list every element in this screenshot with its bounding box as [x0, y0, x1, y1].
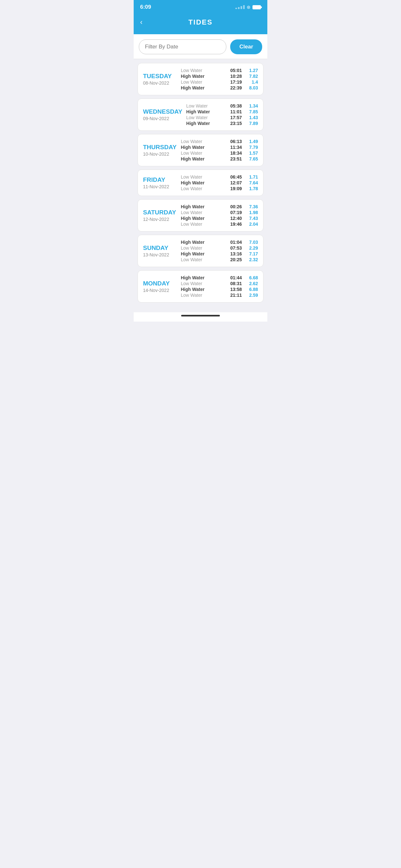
tide-time: 19:09	[226, 186, 242, 191]
tide-value: 1.98	[246, 210, 258, 215]
tide-time: 12:40	[226, 216, 242, 221]
tide-time: 08:31	[226, 281, 242, 286]
day-info: THURSDAY10-Nov-2022	[143, 139, 177, 161]
clear-button[interactable]: Clear	[230, 39, 262, 54]
tide-time: 22:39	[226, 85, 242, 90]
tide-row: High Water00:267.36	[181, 204, 258, 209]
high-water-label: High Water	[181, 251, 226, 256]
day-name: THURSDAY	[143, 144, 177, 151]
tide-time: 23:51	[226, 156, 242, 161]
tide-value: 6.88	[246, 287, 258, 292]
tide-rows: High Water00:267.36Low Water07:191.98Hig…	[181, 204, 258, 227]
low-water-label: Low Water	[181, 210, 226, 215]
day-date: 08-Nov-2022	[143, 81, 177, 86]
tide-row: Low Water18:341.57	[181, 151, 258, 156]
low-water-label: Low Water	[181, 186, 226, 191]
tide-value: 1.34	[246, 103, 258, 108]
low-water-label: Low Water	[181, 139, 226, 144]
tide-time: 17:57	[226, 115, 242, 120]
tide-value: 7.17	[246, 251, 258, 256]
tide-value: 2.32	[246, 257, 258, 262]
high-water-label: High Water	[181, 145, 226, 150]
day-name: WEDNESDAY	[143, 108, 182, 115]
day-date: 12-Nov-2022	[143, 217, 177, 222]
tide-value: 1.57	[246, 151, 258, 156]
day-info: TUESDAY08-Nov-2022	[143, 68, 177, 90]
high-water-label: High Water	[181, 180, 226, 185]
high-water-label: High Water	[186, 109, 226, 114]
tide-value: 7.64	[246, 180, 258, 185]
tide-row: Low Water08:312.62	[181, 281, 258, 286]
tide-rows: High Water01:047.03Low Water07:532.29Hig…	[181, 240, 258, 262]
tide-rows: High Water01:446.68Low Water08:312.62Hig…	[181, 275, 258, 298]
tide-row: Low Water05:011.27	[181, 68, 258, 73]
back-button[interactable]: ‹	[140, 18, 143, 27]
tide-rows: Low Water06:131.49High Water11:347.79Low…	[181, 139, 258, 161]
tide-time: 17:19	[226, 80, 242, 85]
tide-card: SATURDAY12-Nov-2022High Water00:267.36Lo…	[137, 199, 264, 231]
tide-time: 05:01	[226, 68, 242, 73]
day-info: FRIDAY11-Nov-2022	[143, 175, 177, 191]
high-water-label: High Water	[181, 156, 226, 161]
tide-row: High Water22:398.03	[181, 85, 258, 90]
low-water-label: Low Water	[181, 221, 226, 227]
tide-card: WEDNESDAY09-Nov-2022Low Water05:381.34Hi…	[137, 98, 264, 131]
tide-row: Low Water19:462.04	[181, 221, 258, 227]
tide-time: 06:13	[226, 139, 242, 144]
low-water-label: Low Water	[181, 151, 226, 156]
tide-value: 7.82	[246, 73, 258, 79]
tide-value: 1.71	[246, 175, 258, 180]
high-water-label: High Water	[186, 121, 226, 126]
filter-date-input[interactable]	[139, 39, 226, 54]
low-water-label: Low Water	[181, 257, 226, 262]
tide-value: 2.59	[246, 292, 258, 298]
tide-time: 07:19	[226, 210, 242, 215]
tide-value: 1.27	[246, 68, 258, 73]
day-name: MONDAY	[143, 280, 177, 287]
high-water-label: High Water	[181, 240, 226, 245]
tide-value: 1.78	[246, 186, 258, 191]
status-time: 6:09	[140, 4, 151, 10]
tide-row: Low Water21:112.59	[181, 292, 258, 298]
tide-time: 23:15	[226, 121, 242, 126]
tide-time: 05:38	[226, 103, 242, 108]
tide-time: 06:45	[226, 175, 242, 180]
high-water-label: High Water	[181, 73, 226, 79]
day-name: SUNDAY	[143, 244, 177, 252]
high-water-label: High Water	[181, 216, 226, 221]
tide-card: FRIDAY11-Nov-2022Low Water06:451.71High …	[137, 169, 264, 196]
day-name: SATURDAY	[143, 209, 177, 216]
tide-value: 7.85	[246, 109, 258, 114]
tide-card: SUNDAY13-Nov-2022High Water01:047.03Low …	[137, 235, 264, 267]
low-water-label: Low Water	[181, 292, 226, 298]
day-info: SUNDAY13-Nov-2022	[143, 240, 177, 262]
low-water-label: Low Water	[186, 115, 226, 120]
tide-time: 10:28	[226, 73, 242, 79]
tide-value: 7.03	[246, 240, 258, 245]
day-info: WEDNESDAY09-Nov-2022	[143, 103, 182, 126]
tide-row: High Water11:017.85	[186, 109, 258, 114]
tide-row: High Water13:586.88	[181, 287, 258, 292]
tide-time: 19:46	[226, 221, 242, 227]
status-bar: 6:09 ⊛	[134, 0, 267, 13]
tide-time: 01:44	[226, 275, 242, 280]
tide-row: Low Water07:532.29	[181, 245, 258, 251]
status-icons: ⊛	[235, 4, 261, 10]
day-info: SATURDAY12-Nov-2022	[143, 204, 177, 227]
low-water-label: Low Water	[181, 281, 226, 286]
tide-card: TUESDAY08-Nov-2022Low Water05:011.27High…	[137, 63, 264, 95]
high-water-label: High Water	[181, 287, 226, 292]
day-date: 09-Nov-2022	[143, 116, 182, 121]
day-name: TUESDAY	[143, 73, 177, 80]
day-date: 13-Nov-2022	[143, 252, 177, 257]
tide-value: 7.79	[246, 145, 258, 150]
header: ‹ TIDES	[134, 13, 267, 34]
tide-row: High Water10:287.82	[181, 73, 258, 79]
tide-time: 07:53	[226, 245, 242, 251]
tide-card: THURSDAY10-Nov-2022Low Water06:131.49Hig…	[137, 134, 264, 166]
tide-value: 1.4	[246, 80, 258, 85]
tide-time: 01:04	[226, 240, 242, 245]
low-water-label: Low Water	[181, 68, 226, 73]
tide-row: High Water12:077.64	[181, 180, 258, 185]
tide-value: 2.29	[246, 245, 258, 251]
